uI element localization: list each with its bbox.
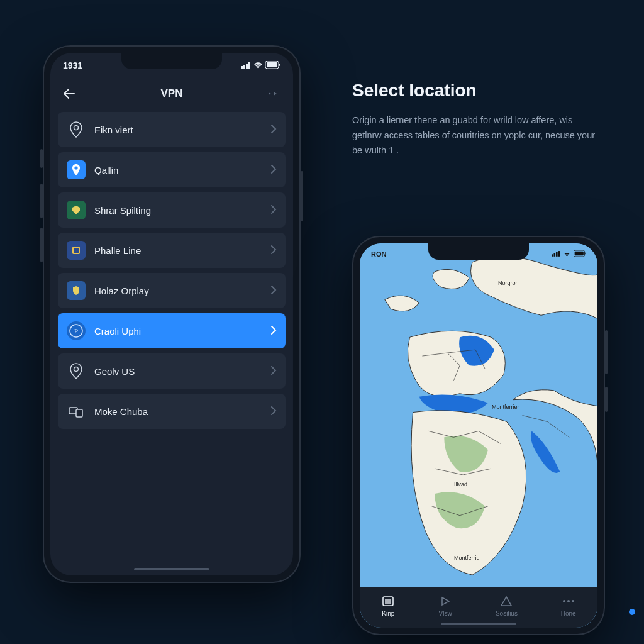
cellular-signal-icon bbox=[241, 60, 251, 70]
chevron-right-icon bbox=[271, 325, 277, 338]
tab-sositius[interactable]: Sositius bbox=[496, 594, 518, 617]
headline-block: Select location Origin a lierner thene a… bbox=[352, 80, 604, 158]
tab-bar: Kinp Vlsw Sositius Hone bbox=[360, 587, 597, 628]
volume-up-button bbox=[40, 184, 43, 218]
coin-emblem-icon: P bbox=[67, 321, 86, 340]
tab-label: Kinp bbox=[382, 610, 394, 617]
wifi-icon bbox=[253, 60, 263, 70]
list-item-label: Moke Chuba bbox=[94, 406, 262, 417]
svg-point-9 bbox=[74, 166, 77, 169]
accent-dot bbox=[629, 609, 635, 615]
svg-rect-1 bbox=[243, 65, 245, 69]
badge-icon bbox=[67, 281, 86, 300]
back-button[interactable] bbox=[60, 85, 78, 103]
location-pin-outline-icon bbox=[67, 362, 86, 380]
map-label-africa: Illvad bbox=[454, 481, 467, 487]
notch bbox=[121, 53, 222, 69]
power-button bbox=[605, 330, 608, 374]
forward-button[interactable] bbox=[265, 85, 283, 103]
list-item-label: Shrar Spilting bbox=[94, 205, 262, 216]
tab-label: Sositius bbox=[496, 610, 518, 617]
map-label-mid: Montferrier bbox=[492, 404, 519, 410]
svg-rect-23 bbox=[575, 252, 584, 256]
home-indicator[interactable] bbox=[441, 623, 516, 625]
side-button-small bbox=[605, 387, 608, 412]
map-tab-icon bbox=[381, 594, 395, 608]
status-label: RON bbox=[371, 250, 386, 258]
devices-icon bbox=[67, 402, 86, 421]
list-item[interactable]: Qallin bbox=[58, 152, 286, 187]
svg-point-8 bbox=[74, 126, 79, 130]
more-tab-icon bbox=[562, 594, 575, 608]
header-title: VPN bbox=[161, 87, 183, 100]
volume-down-button bbox=[40, 228, 43, 262]
list-item-label: Qallin bbox=[94, 165, 262, 175]
tab-label: Vlsw bbox=[439, 610, 452, 617]
list-item[interactable]: Moke Chuba bbox=[58, 394, 286, 429]
status-icons bbox=[241, 60, 280, 70]
list-item-selected[interactable]: P Craoli Uphi bbox=[58, 313, 286, 348]
chevron-right-icon bbox=[271, 123, 277, 136]
list-item[interactable]: Phalle Line bbox=[58, 233, 286, 268]
svg-point-29 bbox=[567, 600, 570, 602]
phone-screen-right: RON bbox=[360, 243, 597, 628]
svg-rect-2 bbox=[246, 64, 248, 69]
svg-rect-27 bbox=[385, 599, 391, 604]
chevron-right-icon bbox=[271, 164, 277, 177]
list-item-label: Phalle Line bbox=[94, 245, 262, 256]
map-label-north: Norgron bbox=[498, 280, 519, 286]
chevron-right-icon bbox=[271, 405, 277, 418]
list-item[interactable]: Eikn viert bbox=[58, 112, 286, 147]
list-item-label: Eikn viert bbox=[94, 125, 262, 135]
svg-rect-24 bbox=[585, 252, 586, 254]
phone-frame-right: RON bbox=[352, 236, 605, 635]
tab-label: Hone bbox=[561, 610, 576, 617]
svg-rect-12 bbox=[74, 248, 79, 253]
phone-frame-left: 1931 VPN bbox=[43, 45, 301, 583]
notch bbox=[428, 243, 529, 260]
home-indicator[interactable] bbox=[134, 568, 209, 570]
battery-icon bbox=[574, 250, 586, 258]
chevron-right-icon bbox=[271, 244, 277, 257]
view-tab-icon bbox=[438, 594, 452, 608]
svg-point-30 bbox=[572, 600, 574, 602]
list-item-label: Holaz Orplay bbox=[94, 286, 262, 296]
list-item-label: Craoli Uphi bbox=[94, 326, 262, 336]
status-time: 1931 bbox=[63, 60, 82, 70]
power-button bbox=[301, 171, 303, 221]
chevron-right-icon bbox=[271, 284, 277, 297]
svg-rect-20 bbox=[556, 252, 558, 257]
svg-marker-10 bbox=[72, 206, 80, 214]
svg-rect-18 bbox=[552, 254, 553, 257]
cellular-signal-icon bbox=[552, 250, 560, 258]
list-item[interactable]: Shrar Spilting bbox=[58, 192, 286, 228]
tab-hone[interactable]: Hone bbox=[561, 594, 576, 617]
map-label-south: Montferrie bbox=[454, 555, 480, 561]
chevron-right-icon bbox=[271, 204, 277, 217]
world-map[interactable] bbox=[360, 243, 597, 625]
chevron-right-icon bbox=[271, 365, 277, 378]
svg-rect-0 bbox=[241, 66, 243, 69]
svg-point-28 bbox=[563, 600, 565, 602]
location-pin-filled-icon bbox=[67, 160, 86, 179]
svg-rect-6 bbox=[279, 64, 280, 66]
list-item[interactable]: Holaz Orplay bbox=[58, 273, 286, 308]
app-header: VPN bbox=[50, 78, 293, 109]
shield-emblem-icon bbox=[67, 201, 86, 219]
tab-vlsw[interactable]: Vlsw bbox=[438, 594, 452, 617]
svg-rect-17 bbox=[76, 409, 82, 417]
tab-kinp[interactable]: Kinp bbox=[381, 594, 395, 617]
svg-rect-3 bbox=[248, 62, 250, 69]
list-item[interactable]: Geolv US bbox=[58, 353, 286, 389]
svg-rect-19 bbox=[554, 253, 556, 257]
svg-point-7 bbox=[269, 93, 271, 95]
location-list: Eikn viert Qallin Shrar Sp bbox=[50, 109, 293, 431]
wifi-icon bbox=[563, 250, 571, 258]
headline-title: Select location bbox=[352, 80, 604, 101]
svg-text:P: P bbox=[74, 327, 78, 335]
phone-screen-left: 1931 VPN bbox=[50, 53, 293, 575]
mute-switch bbox=[40, 149, 43, 168]
location-pin-outline-icon bbox=[67, 120, 86, 139]
crest-icon bbox=[67, 241, 86, 260]
alert-tab-icon bbox=[499, 594, 513, 608]
